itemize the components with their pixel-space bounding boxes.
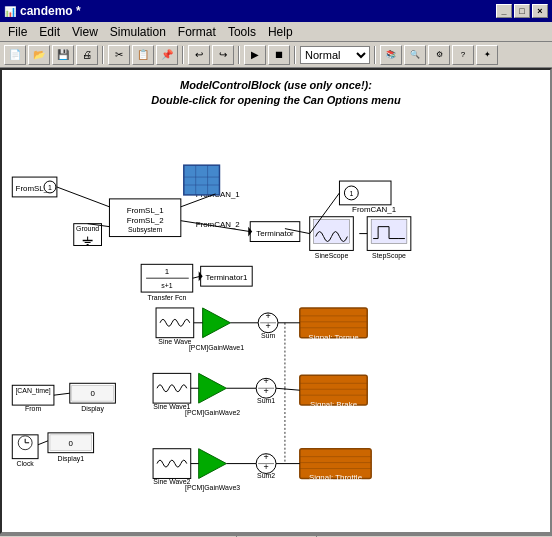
svg-rect-16	[184, 165, 220, 195]
undo-button[interactable]: ↩	[188, 45, 210, 65]
svg-text:+: +	[263, 462, 268, 472]
svg-marker-88	[199, 449, 227, 479]
svg-text:+: +	[263, 386, 268, 396]
toolbar: 📄 📂 💾 🖨 ✂ 📋 📌 ↩ ↪ ▶ ⏹ Normal 50% 75% 100…	[0, 42, 552, 68]
stop-button[interactable]: ⏹	[268, 45, 290, 65]
toolbar-sep1	[102, 46, 104, 64]
open-button[interactable]: 📂	[28, 45, 50, 65]
model-props-btn[interactable]: ⚙	[428, 45, 450, 65]
svg-text:Subsystem: Subsystem	[128, 226, 162, 234]
svg-rect-86	[153, 449, 191, 479]
menu-bar: File Edit View Simulation Format Tools H…	[0, 22, 552, 42]
svg-text:Sum: Sum	[261, 332, 275, 339]
canvas-area[interactable]: ModelControlBlock (use only once!): Doub…	[0, 68, 552, 534]
svg-text:FromCAN_1: FromCAN_1	[352, 205, 397, 214]
minimize-button[interactable]: _	[496, 4, 512, 18]
header-line2: Double-click for opening the Can Options…	[2, 93, 550, 108]
help-btn2[interactable]: ?	[452, 45, 474, 65]
menu-simulation[interactable]: Simulation	[104, 23, 172, 41]
svg-text:1: 1	[48, 184, 52, 191]
copy-button[interactable]: 📋	[132, 45, 154, 65]
svg-text:+: +	[265, 321, 270, 331]
svg-text:s+1: s+1	[161, 282, 173, 289]
app-icon: 📊	[4, 6, 16, 17]
svg-text:Display: Display	[81, 405, 104, 413]
svg-text:Transfer Fcn: Transfer Fcn	[147, 294, 186, 301]
svg-text:[PCM]GainWave2: [PCM]GainWave2	[185, 409, 240, 417]
svg-line-110	[276, 388, 300, 390]
svg-text:Display1: Display1	[58, 455, 85, 463]
svg-text:Signal: Brake: Signal: Brake	[310, 400, 358, 409]
header-line1: ModelControlBlock (use only once!):	[2, 78, 550, 93]
svg-text:Ground: Ground	[76, 225, 99, 232]
svg-text:Terminator: Terminator	[256, 229, 294, 238]
svg-rect-63	[153, 373, 191, 403]
toolbar-sep4	[294, 46, 296, 64]
svg-text:FromSL_2: FromSL_2	[127, 216, 164, 225]
svg-text:FromSL_1: FromSL_1	[127, 206, 165, 215]
svg-text:+: +	[263, 376, 268, 386]
save-button[interactable]: 💾	[52, 45, 74, 65]
svg-text:Signal: Torque: Signal: Torque	[308, 333, 359, 342]
toolbar-sep3	[238, 46, 240, 64]
toolbar-sep2	[182, 46, 184, 64]
lib-btn[interactable]: 📚	[380, 45, 402, 65]
svg-line-100	[57, 187, 110, 207]
svg-line-116	[38, 441, 48, 445]
redo-button[interactable]: ↪	[212, 45, 234, 65]
svg-marker-65	[199, 373, 227, 403]
paste-button[interactable]: 📌	[156, 45, 178, 65]
menu-file[interactable]: File	[2, 23, 33, 41]
window-title: candemo *	[20, 4, 81, 18]
toolbar-sep5	[374, 46, 376, 64]
svg-marker-34	[203, 308, 231, 338]
svg-text:0: 0	[90, 389, 95, 398]
model-header: ModelControlBlock (use only once!): Doub…	[2, 74, 550, 111]
close-button[interactable]: ×	[532, 4, 548, 18]
diagram-svg: FromSL_1 1 Ground FromSL_1 FromSL_2 Subs…	[2, 70, 550, 532]
maximize-button[interactable]: □	[514, 4, 530, 18]
svg-text:[PCM]GainWave1: [PCM]GainWave1	[189, 344, 244, 352]
debug-btn[interactable]: 🔍	[404, 45, 426, 65]
start-button[interactable]: ▶	[244, 45, 266, 65]
menu-help[interactable]: Help	[262, 23, 299, 41]
new-button[interactable]: 📄	[4, 45, 26, 65]
svg-text:Signal: Throttle: Signal: Throttle	[309, 473, 363, 482]
svg-text:1: 1	[165, 267, 170, 276]
svg-text:+: +	[265, 311, 270, 321]
svg-text:Clock: Clock	[17, 460, 35, 467]
svg-text:Sum2: Sum2	[257, 472, 275, 479]
extra-btn[interactable]: ✦	[476, 45, 498, 65]
cut-button[interactable]: ✂	[108, 45, 130, 65]
menu-tools[interactable]: Tools	[222, 23, 262, 41]
menu-view[interactable]: View	[66, 23, 104, 41]
svg-text:Sum1: Sum1	[257, 397, 275, 404]
svg-text:Sine Wave: Sine Wave	[158, 338, 191, 345]
svg-text:SineScope: SineScope	[315, 252, 349, 260]
menu-format[interactable]: Format	[172, 23, 222, 41]
svg-text:+: +	[263, 452, 268, 462]
svg-text:1: 1	[349, 190, 353, 197]
svg-text:StepScope: StepScope	[372, 252, 406, 260]
svg-line-115	[54, 393, 70, 395]
title-bar-title: 📊 candemo *	[4, 4, 81, 18]
svg-text:0: 0	[69, 439, 74, 448]
svg-rect-32	[156, 308, 194, 338]
title-bar-controls: _ □ ×	[496, 4, 548, 18]
title-bar: 📊 candemo * _ □ ×	[0, 0, 552, 22]
svg-text:[CAN_time]: [CAN_time]	[15, 387, 50, 395]
menu-edit[interactable]: Edit	[33, 23, 66, 41]
svg-text:Terminator1: Terminator1	[206, 273, 248, 282]
svg-text:From: From	[25, 405, 41, 412]
print-button[interactable]: 🖨	[76, 45, 98, 65]
svg-text:[PCM]GainWave3: [PCM]GainWave3	[185, 484, 240, 492]
zoom-select[interactable]: Normal 50% 75% 100% 125% 150%	[300, 46, 370, 64]
